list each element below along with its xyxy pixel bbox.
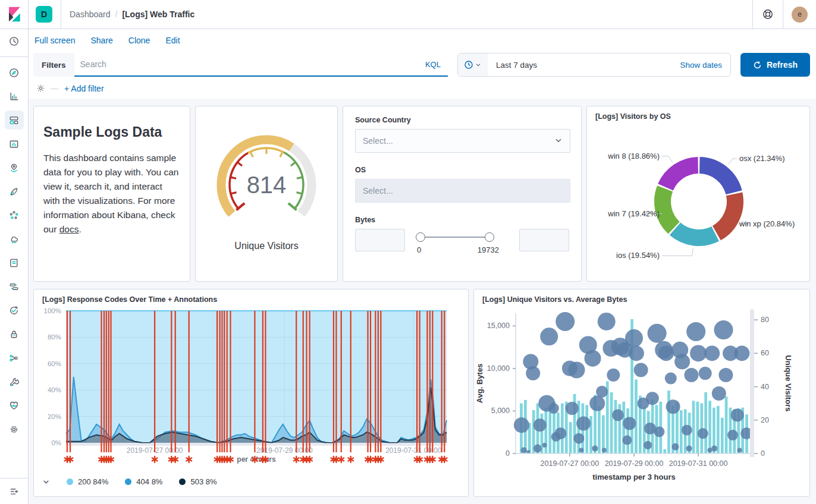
header: D Dashboard / [Logs] Web Traffic e [29, 0, 816, 29]
panel-title[interactable]: [Logs] Unique Visitors vs. Average Bytes [474, 289, 809, 304]
sidebar-item-code-branch[interactable] [0, 346, 28, 370]
panel-controls: Source Country Select... OS Select... By… [343, 106, 582, 282]
apm-icon [8, 281, 20, 292]
donut-chart[interactable]: osx (21.34%)win xp (20.84%)ios (19.54%)w… [587, 121, 809, 280]
sidebar-item-uptime[interactable] [0, 298, 28, 322]
dev-tools-icon [8, 376, 20, 388]
gear-icon [36, 83, 46, 93]
help-button[interactable] [761, 8, 774, 21]
sidebar-item-infrastructure[interactable] [0, 227, 28, 251]
panel-visitors-by-os: [Logs] Visitors by OS osx (21.34%)win xp… [586, 106, 810, 282]
slider-handle-max[interactable] [485, 232, 494, 242]
svg-text:2019-07-29 00:00: 2019-07-29 00:00 [256, 446, 313, 455]
docs-link[interactable]: docs [59, 224, 79, 234]
svg-text:814: 814 [247, 172, 287, 198]
legend-dot [125, 478, 131, 485]
sidebar-item-recently-viewed[interactable] [0, 29, 28, 53]
menu-item-share[interactable]: Share [90, 36, 112, 45]
slider-handle-min[interactable] [416, 232, 425, 242]
gauge-chart[interactable]: 814 [196, 123, 337, 224]
sidebar-item-logs[interactable] [0, 251, 28, 275]
visualize-icon [8, 91, 20, 102]
source-country-label: Source Country [355, 116, 569, 124]
bytes-label: Bytes [355, 216, 569, 224]
breadcrumb-dashboard[interactable]: Dashboard [70, 10, 111, 19]
menu-item-clone[interactable]: Clone [128, 36, 150, 45]
svg-text:60: 60 [761, 349, 769, 357]
svg-text:5,000: 5,000 [491, 407, 510, 415]
svg-text:2019-07-27 00:00: 2019-07-27 00:00 [541, 459, 600, 468]
chevron-down-icon [475, 62, 481, 68]
header-divider [61, 0, 61, 29]
monitoring-icon [8, 400, 20, 411]
menu-item-full-screen[interactable]: Full screen [34, 36, 75, 45]
time-picker-quick-button[interactable] [458, 53, 488, 76]
sidebar-collapse-button[interactable] [0, 478, 28, 504]
sidebar-item-apm[interactable] [0, 275, 28, 298]
panel-title[interactable]: [Logs] Response Codes Over Time + Annota… [34, 289, 468, 304]
panel-title[interactable]: [Logs] Visitors by OS [587, 106, 809, 121]
legend-item-503[interactable]: 503 8% [179, 477, 216, 486]
svg-text:40%: 40% [48, 386, 61, 393]
breadcrumb-separator: / [115, 10, 118, 19]
sidebar-item-machine-learning[interactable] [0, 179, 28, 203]
sidebar-item-maps[interactable] [0, 156, 28, 179]
time-range-value[interactable]: Last 7 days [488, 61, 537, 70]
sidebar-item-visualize[interactable] [0, 84, 28, 108]
refresh-button[interactable]: Refresh [740, 53, 810, 77]
header-right: e [744, 0, 816, 29]
sidebar-item-canvas[interactable] [0, 132, 28, 156]
page-title: [Logs] Web Traffic [122, 10, 194, 19]
svg-text:2019-07-31 00:00: 2019-07-31 00:00 [385, 446, 442, 455]
kql-button[interactable]: KQL [418, 60, 448, 69]
source-country-select[interactable]: Select... [355, 129, 570, 153]
show-dates-button[interactable]: Show dates [680, 61, 730, 70]
filters-button[interactable]: Filters [33, 53, 74, 77]
infrastructure-icon [8, 234, 20, 245]
os-select[interactable]: Select... [355, 179, 570, 203]
sidebar-item-dashboard[interactable] [0, 108, 28, 132]
legend-item-404[interactable]: 404 8% [125, 477, 162, 486]
legend-item-200[interactable]: 200 84% [67, 477, 108, 486]
sidebar-divider [0, 56, 28, 57]
svg-text:10,000: 10,000 [487, 364, 510, 373]
sidebar-item-monitoring[interactable] [0, 393, 28, 417]
search-input[interactable] [74, 59, 418, 69]
bar-bubble-chart[interactable]: 05,00010,00015,0000204060802019-07-27 00… [474, 304, 809, 494]
sidebar-item-siem[interactable] [0, 322, 28, 346]
code-branch-icon [8, 352, 20, 364]
os-label: OS [355, 166, 569, 174]
slider-track[interactable] [420, 237, 489, 238]
recently-viewed-icon [8, 36, 20, 47]
markdown-title: Sample Logs Data [43, 124, 180, 140]
query-bar: Filters KQL Last 7 days Show dates Refre… [29, 52, 816, 78]
markdown-body: This dashboard contains sample data for … [43, 151, 180, 237]
svg-text:timestamp per 3 hours: timestamp per 3 hours [592, 472, 675, 481]
space-badge[interactable]: D [36, 6, 52, 23]
svg-text:2019-07-31 00:00: 2019-07-31 00:00 [669, 459, 728, 468]
uptime-icon [8, 305, 20, 316]
bytes-max-input[interactable] [519, 229, 569, 251]
sidebar-item-graph[interactable] [0, 203, 28, 227]
filter-settings-button[interactable] [36, 83, 46, 93]
bytes-min-input[interactable] [355, 229, 405, 251]
sidebar-nav [0, 29, 28, 441]
legend-toggle-button[interactable] [42, 478, 50, 486]
slider-min-value: 0 [417, 245, 421, 254]
kibana-logo[interactable] [0, 0, 28, 29]
filter-bar: — + Add filter [29, 78, 816, 99]
sidebar-item-discover[interactable] [0, 61, 28, 84]
sidebar-item-management[interactable] [0, 417, 28, 441]
svg-text:2019-07-29 00:00: 2019-07-29 00:00 [605, 459, 664, 468]
legend-dot [179, 478, 186, 485]
svg-text:osx (21.34%): osx (21.34%) [739, 154, 785, 163]
add-filter-button[interactable]: + Add filter [64, 84, 104, 93]
time-picker: Last 7 days Show dates [457, 53, 731, 77]
area-chart[interactable]: 0%20%40%60%80%100%2019-07-27 00:002019-0… [34, 304, 468, 474]
avatar[interactable]: e [792, 7, 808, 23]
clock-icon [464, 60, 473, 70]
menu-item-edit[interactable]: Edit [165, 36, 180, 45]
graph-icon [8, 210, 20, 221]
sidebar-item-dev-tools[interactable] [0, 370, 28, 393]
svg-text:100%: 100% [44, 307, 61, 314]
